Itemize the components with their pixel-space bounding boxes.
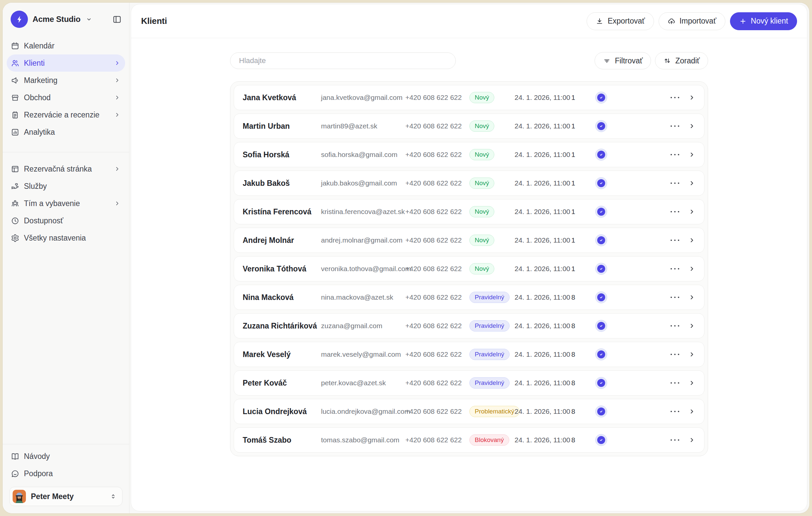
users-icon [11,59,20,68]
sidebar-item-obchod[interactable]: Obchod [7,89,125,106]
client-row[interactable]: Martin Urban martin89@azet.sk +420 608 6… [234,114,704,139]
row-actions-button[interactable] [668,410,682,413]
new-client-button[interactable]: Nový klient [730,12,797,30]
bar-chart-icon [11,128,20,137]
row-open-chevron-icon[interactable] [682,322,695,330]
client-row[interactable]: Tomáš Szabo tomas.szabo@gmail.com +420 6… [234,427,704,453]
sidebar-item-marketing[interactable]: Marketing [7,72,125,89]
export-button[interactable]: Exportovať [587,12,654,30]
verified-icon [595,434,607,446]
client-row[interactable]: Kristína Ferencová kristina.ferencova@az… [234,199,704,224]
calendar-icon [11,41,20,51]
row-actions-button[interactable] [668,325,682,327]
client-phone: +420 608 622 622 [405,236,469,244]
sidebar-divider [3,152,129,152]
client-phone: +420 608 622 622 [405,94,469,101]
sidebar-collapse-icon[interactable] [112,14,122,24]
sidebar-nav-settings: Rezervačná stránka Služby Tím a vybaveni… [3,160,129,247]
sidebar-item-kalendar[interactable]: Kalendár [7,37,125,54]
row-open-chevron-icon[interactable] [682,122,695,130]
sidebar-item-tim-a-vybavenie[interactable]: Tím a vybavenie [7,195,125,212]
client-phone: +420 608 622 622 [405,322,469,330]
client-row[interactable]: Jana Kvetková jana.kvetkova@gmail.com +4… [234,85,704,110]
sidebar-item-vsetky-nastavenia[interactable]: Všetky nastavenia [7,229,125,247]
client-row[interactable]: Peter Kováč peter.kovac@azet.sk +420 608… [234,370,704,396]
chat-icon [11,469,20,478]
status-badge: Pravidelný [469,349,510,360]
row-actions-button[interactable] [668,353,682,356]
row-actions-button[interactable] [668,239,682,242]
row-open-chevron-icon[interactable] [682,237,695,244]
status-badge: Nový [469,206,494,217]
row-open-chevron-icon[interactable] [682,379,695,387]
row-actions-button[interactable] [668,153,682,156]
team-icon [11,199,20,208]
sidebar-item-sluzby[interactable]: Služby [7,178,125,195]
clock-icon [11,216,20,225]
sidebar-divider [3,444,129,444]
sidebar-item-rezervacie-a-recenzie[interactable]: Rezervácie a recenzie [7,106,125,123]
client-email: zuzana@gmail.com [321,322,405,330]
client-row[interactable]: Lucia Ondrejková lucia.ondrejkova@gmail.… [234,399,704,424]
client-row[interactable]: Veronika Tóthová veronika.tothova@gmail.… [234,256,704,281]
client-row[interactable]: Sofia Horská sofia.horska@gmail.com +420… [234,142,704,167]
client-name: Marek Veselý [243,350,321,359]
client-last-visit: 24. 1. 2026, 11:00 [515,407,571,416]
sort-button[interactable]: Zoradiť [655,52,708,69]
app-window: Acme Studio Kalendár Klienti Marketing [3,3,809,513]
row-open-chevron-icon[interactable] [682,351,695,358]
client-visit-count: 1 [571,236,591,244]
row-open-chevron-icon[interactable] [682,151,695,158]
row-actions-button[interactable] [668,268,682,270]
sidebar-item-podpora[interactable]: Podpora [7,465,125,482]
row-actions-button[interactable] [668,296,682,299]
client-name: Peter Kováč [243,378,321,388]
sidebar-item-rezervacna-stranka[interactable]: Rezervačná stránka [7,160,125,178]
client-name: Nina Macková [243,293,321,302]
sidebar-item-dostupnost[interactable]: Dostupnosť [7,212,125,229]
toolbar: Filtrovať Zoradiť [230,52,708,69]
client-last-visit: 24. 1. 2026, 11:00 [515,351,571,358]
user-menu[interactable]: Peter Meety [9,487,122,506]
verified-icon [595,149,607,161]
workspace-name: Acme Studio [32,14,80,24]
search-input[interactable] [230,53,456,69]
sidebar-item-label: Marketing [24,76,57,85]
sidebar-item-label: Návody [24,452,50,461]
workspace-switcher[interactable]: Acme Studio [3,3,129,34]
row-actions-button[interactable] [668,182,682,184]
row-open-chevron-icon[interactable] [682,294,695,301]
sidebar-item-analytika[interactable]: Analytika [7,123,125,141]
verified-icon [595,120,607,132]
row-actions-button[interactable] [668,96,682,99]
row-open-chevron-icon[interactable] [682,265,695,272]
row-open-chevron-icon[interactable] [682,208,695,215]
row-open-chevron-icon[interactable] [682,408,695,415]
main-area: Klienti Exportovať Importovať Nový klien… [129,3,809,513]
sidebar-item-navody[interactable]: Návody [7,448,125,465]
client-visit-count: 1 [571,94,591,101]
filter-button[interactable]: Filtrovať [594,52,651,69]
client-row[interactable]: Andrej Molnár andrej.molnar@gmail.com +4… [234,227,704,253]
sidebar-item-label: Podpora [24,469,53,478]
client-visit-count: 1 [571,151,591,159]
client-row[interactable]: Zuzana Richtáriková zuzana@gmail.com +42… [234,313,704,338]
user-name: Peter Meety [31,492,74,501]
row-actions-button[interactable] [668,439,682,441]
client-row[interactable]: Marek Veselý marek.vesely@gmail.com +420… [234,342,704,367]
client-name: Zuzana Richtáriková [243,322,321,331]
row-actions-button[interactable] [668,125,682,127]
row-actions-button[interactable] [668,210,682,213]
client-row[interactable]: Jakub Bakoš jakub.bakos@gmail.com +420 6… [234,171,704,196]
row-open-chevron-icon[interactable] [682,180,695,187]
row-open-chevron-icon[interactable] [682,436,695,444]
client-last-visit: 24. 1. 2026, 11:00 [515,293,571,301]
client-row[interactable]: Nina Macková nina.mackova@azet.sk +420 6… [234,285,704,310]
client-visit-count: 1 [571,265,591,273]
row-actions-button[interactable] [668,382,682,384]
chevron-right-icon [114,94,120,101]
client-email: tomas.szabo@gmail.com [321,436,405,444]
sidebar-item-klienti[interactable]: Klienti [7,54,125,72]
row-open-chevron-icon[interactable] [682,94,695,101]
import-button[interactable]: Importovať [659,12,725,30]
